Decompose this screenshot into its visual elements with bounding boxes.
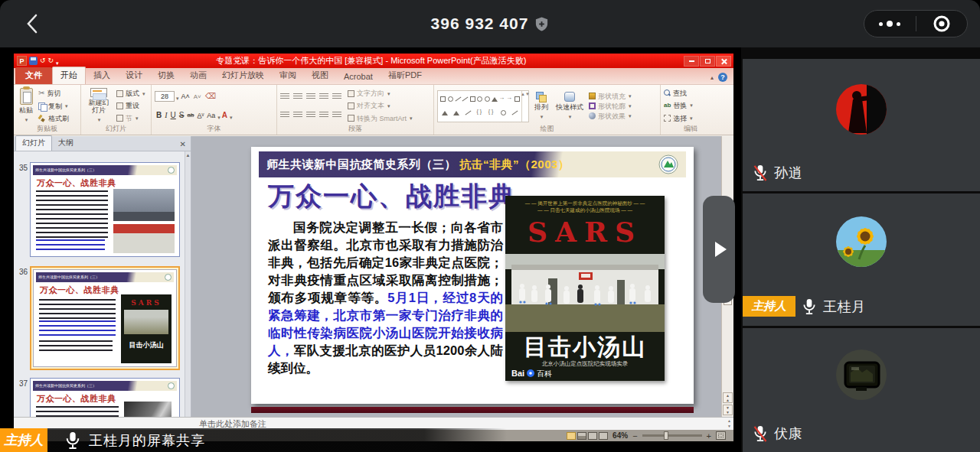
tab-view[interactable]: 视图: [304, 67, 336, 84]
font-size-dropdown-icon[interactable]: [175, 89, 179, 103]
undo-icon[interactable]: [40, 57, 46, 65]
font-size-box[interactable]: 28: [155, 91, 175, 102]
expand-panel-button[interactable]: [703, 196, 735, 303]
redo-icon[interactable]: [48, 57, 54, 65]
tab-home[interactable]: 开始: [52, 67, 86, 84]
shapes-scrollbar[interactable]: ▲▼: [521, 91, 528, 122]
shield-icon[interactable]: [534, 16, 549, 32]
char-spacing-button[interactable]: [195, 110, 205, 121]
shapes-gallery[interactable]: ▲▼: [437, 90, 529, 122]
smartart-button[interactable]: 转换为 SmartArt: [348, 113, 413, 123]
reading-view-icon[interactable]: [588, 432, 597, 440]
slideshow-view-icon[interactable]: [599, 432, 608, 440]
previous-slide-button[interactable]: [723, 392, 733, 403]
zoom-level[interactable]: 64%: [612, 431, 628, 440]
shape-fill-button[interactable]: 形状填充: [589, 91, 632, 101]
normal-view-icon[interactable]: [567, 432, 576, 440]
tab-animations[interactable]: 动画: [182, 67, 214, 84]
zoom-slider[interactable]: [642, 434, 702, 437]
close-panel-icon[interactable]: [175, 140, 191, 151]
group-clipboard: 粘贴 剪切 复制 格式刷 剪贴板: [14, 85, 81, 135]
zoom-slider-thumb[interactable]: [664, 431, 668, 440]
replace-button[interactable]: 替换: [664, 100, 717, 110]
thumbnail-scrollbar[interactable]: [185, 151, 191, 417]
participant-tile-3[interactable]: 伏康: [743, 328, 980, 452]
clear-format-button[interactable]: ⌫: [204, 91, 217, 102]
italic-button[interactable]: [163, 110, 168, 121]
quick-access-toolbar: [14, 54, 59, 68]
tab-transitions[interactable]: 切换: [150, 67, 182, 84]
layout-button[interactable]: 版式: [116, 89, 145, 99]
select-button[interactable]: 选择: [664, 113, 717, 123]
indent-decrease-icon[interactable]: [306, 93, 315, 100]
maximize-button[interactable]: [700, 56, 715, 67]
reset-button[interactable]: 重设: [116, 101, 145, 110]
slide-thumbnail-36-selected[interactable]: 36 师生共读新中国抗疫简史系列（三） 万众一心、战胜非典 SARS: [15, 266, 180, 370]
tab-design[interactable]: 设计: [118, 67, 150, 84]
underline-button[interactable]: [169, 110, 178, 121]
baidu-watermark: Bai 百科: [511, 369, 552, 378]
change-case-button[interactable]: [205, 110, 217, 121]
tab-slideshow[interactable]: 幻灯片放映: [214, 67, 272, 84]
grow-font-button[interactable]: [180, 91, 191, 102]
tab-insert[interactable]: 插入: [86, 67, 118, 84]
notes-scroll-arrows[interactable]: ▲▼: [727, 418, 733, 429]
new-slide-button[interactable]: 新建幻灯片: [84, 87, 113, 125]
next-slide-button[interactable]: [723, 405, 733, 415]
text-direction-button[interactable]: 文字方向: [348, 89, 413, 99]
more-options-button[interactable]: [864, 11, 916, 37]
banner-highlight-text: 抗击“非典”（2003）: [459, 158, 570, 172]
tab-slides-thumbnails[interactable]: 幻灯片: [15, 135, 52, 151]
zoom-out-icon[interactable]: −: [632, 432, 637, 440]
cut-button[interactable]: 剪切: [38, 89, 69, 98]
strikethrough-button[interactable]: [178, 110, 186, 121]
minimize-button[interactable]: [684, 56, 699, 67]
font-color-button[interactable]: [220, 110, 229, 121]
shape-effects-button[interactable]: 形状效果: [589, 111, 632, 121]
columns-icon[interactable]: [332, 112, 341, 119]
numbering-icon[interactable]: [293, 93, 302, 100]
shape-outline-icon: [589, 102, 596, 109]
ppt-title-bar[interactable]: 专题党课：告诉你一个伟大的中国 [兼容模式] - Microsoft Power…: [14, 54, 733, 68]
arrange-button[interactable]: 排列: [532, 91, 550, 122]
close-button[interactable]: [716, 56, 731, 67]
paste-button[interactable]: 粘贴: [17, 87, 35, 125]
slide-thumbnail-37[interactable]: 37 师生共读新中国抗疫简史系列（三） 万众一心、战胜非典: [15, 378, 180, 417]
slide-sorter-view-icon[interactable]: [577, 432, 586, 440]
tab-foxit-pdf[interactable]: 福昕PDF: [381, 67, 430, 84]
current-slide[interactable]: 师生共读新中国抗疫简史系列（三） 抗击“非典”（2003） 万众一心、战胜非典 …: [251, 147, 694, 404]
find-button[interactable]: 查找: [664, 89, 717, 98]
shrink-font-button[interactable]: [192, 91, 203, 102]
slide-thumbnail-35[interactable]: 35 师生共读新中国抗疫简史系列（三） 万众一心、战胜非典: [15, 162, 180, 257]
next-slide-edge: [251, 407, 694, 413]
fit-to-window-icon[interactable]: [716, 431, 726, 440]
section-button[interactable]: 节: [116, 113, 145, 123]
tab-acrobat[interactable]: Acrobat: [336, 70, 381, 84]
shadow-button[interactable]: [185, 109, 195, 121]
copy-button[interactable]: 复制: [38, 101, 69, 111]
justify-icon[interactable]: [319, 112, 328, 119]
align-center-icon[interactable]: [293, 112, 302, 119]
help-icon[interactable]: [718, 73, 727, 82]
format-painter-button[interactable]: 格式刷: [38, 114, 69, 123]
exit-button[interactable]: [916, 11, 968, 37]
tab-review[interactable]: 审阅: [272, 67, 304, 84]
align-right-icon[interactable]: [306, 112, 315, 119]
indent-increase-icon[interactable]: [319, 93, 328, 100]
shape-outline-button[interactable]: 形状轮廓: [589, 101, 632, 111]
quick-styles-button[interactable]: 快速样式: [554, 91, 586, 122]
bold-button[interactable]: [155, 110, 163, 121]
tab-outline[interactable]: 大纲: [52, 136, 80, 151]
bullets-icon[interactable]: [280, 93, 289, 100]
align-text-button[interactable]: 对齐文本: [348, 101, 413, 111]
minimize-ribbon-icon[interactable]: [710, 74, 714, 81]
align-left-icon[interactable]: [280, 112, 289, 119]
line-spacing-icon[interactable]: [332, 93, 341, 100]
thumb-photo-gray: [124, 402, 172, 417]
participant-tile-1[interactable]: 孙逍: [743, 59, 980, 191]
participant-tile-2[interactable]: 主持人 王桂月: [743, 193, 980, 326]
save-icon[interactable]: [29, 57, 38, 65]
tab-file[interactable]: 文件: [15, 67, 52, 84]
zoom-in-icon[interactable]: +: [707, 432, 711, 440]
slide-editing-area[interactable]: 师生共读新中国抗疫简史系列（三） 抗击“非典”（2003） 万众一心、战胜非典 …: [191, 136, 721, 417]
